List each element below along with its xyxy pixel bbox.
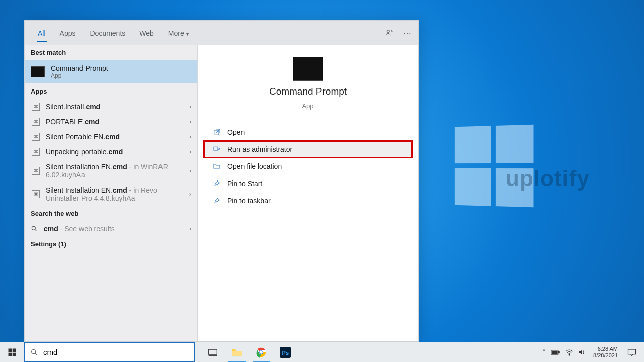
file-icon: ⌘ <box>32 167 40 175</box>
result-app-5[interactable]: ⌘ Silent Installation EN.cmd - in Revo U… <box>25 183 197 206</box>
result-app-4[interactable]: ⌘ Silent Installation EN.cmd - in WinRAR… <box>25 159 197 183</box>
section-search-web: Search the web <box>25 206 197 221</box>
ellipsis-icon[interactable]: ⋯ <box>403 28 411 38</box>
taskbar-app-file-explorer[interactable] <box>225 342 249 363</box>
section-apps: Apps <box>25 83 197 99</box>
taskbar: Ps ˄ 6:28 AM 8/28/2021 <box>0 342 644 362</box>
result-app-0[interactable]: ⌘ Silent.Install.cmd › <box>25 99 197 114</box>
tab-documents[interactable]: Documents <box>84 23 131 42</box>
tray-time: 6:28 AM <box>593 346 618 352</box>
system-tray: ˄ 6:28 AM 8/28/2021 <box>539 342 644 362</box>
action-label: Pin to taskbar <box>227 197 271 205</box>
pin-icon <box>213 197 221 205</box>
tray-date: 8/28/2021 <box>593 352 618 359</box>
svg-rect-13 <box>232 351 242 356</box>
svg-rect-8 <box>13 352 16 356</box>
preview-title: Command Prompt <box>269 86 347 97</box>
desktop: uplotify All Apps Documents Web More▾ ⋯ … <box>0 0 644 362</box>
result-app-2[interactable]: ⌘ Silent Portable EN.cmd › <box>25 129 197 144</box>
action-label: Open <box>227 128 245 136</box>
tab-web[interactable]: Web <box>133 23 160 42</box>
svg-point-22 <box>569 354 570 355</box>
wifi-icon[interactable] <box>565 349 573 356</box>
svg-point-9 <box>32 349 36 353</box>
action-open[interactable]: Open <box>204 124 412 141</box>
search-icon <box>31 225 38 232</box>
svg-rect-6 <box>13 348 16 352</box>
result-title: Command Prompt <box>51 64 108 72</box>
taskbar-app-photoshop[interactable]: Ps <box>274 342 297 363</box>
action-pin-to-taskbar[interactable]: Pin to taskbar <box>204 192 412 209</box>
section-best-match: Best match <box>25 45 197 60</box>
open-icon <box>213 128 221 136</box>
chevron-right-icon: › <box>189 133 191 140</box>
svg-line-2 <box>35 229 36 231</box>
chevron-right-icon: › <box>189 118 191 125</box>
action-label: Pin to Start <box>227 179 262 188</box>
action-run-as-administrator[interactable]: Run as administrator <box>204 141 412 158</box>
file-icon: ⌘ <box>32 190 40 198</box>
chevron-right-icon: › <box>189 167 191 174</box>
svg-rect-4 <box>214 147 218 150</box>
svg-point-1 <box>32 226 35 230</box>
shield-admin-icon <box>213 145 221 153</box>
chevron-right-icon: › <box>189 225 191 232</box>
svg-text:Ps: Ps <box>282 349 289 355</box>
section-settings[interactable]: Settings (1) <box>25 236 197 252</box>
folder-icon <box>213 162 221 170</box>
pin-icon <box>213 179 221 188</box>
tray-overflow-icon[interactable]: ˄ <box>542 348 546 356</box>
cmd-icon <box>31 66 45 77</box>
file-icon: ⌘ <box>32 103 40 111</box>
tab-all[interactable]: All <box>32 23 52 42</box>
file-icon: ⌘ <box>32 133 40 141</box>
start-button[interactable] <box>0 342 24 363</box>
file-icon: ⌘ <box>32 148 40 156</box>
svg-rect-7 <box>9 352 12 356</box>
volume-icon[interactable] <box>578 349 586 356</box>
svg-rect-21 <box>552 351 558 353</box>
action-open-file-location[interactable]: Open file location <box>204 158 412 175</box>
svg-rect-11 <box>209 349 217 354</box>
svg-rect-5 <box>9 348 12 352</box>
battery-icon[interactable] <box>551 349 560 355</box>
tab-more-label: More <box>168 29 184 37</box>
result-preview-pane: Command Prompt App Open Run as administr… <box>198 45 418 341</box>
result-app-1[interactable]: ⌘ PORTABLE.cmd › <box>25 114 197 129</box>
watermark-text: uplotify <box>506 166 590 191</box>
taskbar-search-box[interactable] <box>24 342 195 363</box>
chevron-right-icon: › <box>189 148 191 155</box>
chevron-right-icon: › <box>189 191 191 198</box>
svg-point-0 <box>387 30 389 33</box>
cmd-icon <box>293 57 323 81</box>
preview-subtitle: App <box>302 102 313 110</box>
results-list: Best match Command Prompt App Apps ⌘ Sil… <box>25 45 198 341</box>
start-search-panel: All Apps Documents Web More▾ ⋯ Best matc… <box>24 20 419 342</box>
result-app-3[interactable]: ⌘ Unpacking portable.cmd › <box>25 144 197 159</box>
search-input[interactable] <box>43 348 189 356</box>
result-web-cmd[interactable]: cmd - See web results › <box>25 221 197 236</box>
svg-point-16 <box>260 351 263 354</box>
action-label: Run as administrator <box>227 145 292 153</box>
tab-more[interactable]: More▾ <box>162 23 195 42</box>
action-label: Open file location <box>227 162 282 170</box>
action-center-button[interactable] <box>622 348 642 356</box>
action-pin-to-start[interactable]: Pin to Start <box>204 175 412 192</box>
feedback-icon[interactable] <box>385 28 394 37</box>
tab-apps[interactable]: Apps <box>54 23 82 42</box>
taskbar-app-chrome[interactable] <box>250 342 273 363</box>
svg-rect-20 <box>559 351 560 353</box>
tray-clock[interactable]: 6:28 AM 8/28/2021 <box>589 346 622 359</box>
svg-rect-23 <box>628 349 636 354</box>
file-icon: ⌘ <box>32 118 40 126</box>
svg-line-10 <box>35 353 37 355</box>
chevron-right-icon: › <box>189 103 191 110</box>
task-view-button[interactable] <box>201 342 224 363</box>
search-icon <box>30 348 38 356</box>
result-command-prompt[interactable]: Command Prompt App <box>25 60 197 83</box>
result-subtitle: App <box>51 72 191 79</box>
search-filter-tabs: All Apps Documents Web More▾ ⋯ <box>25 21 418 45</box>
chevron-down-icon: ▾ <box>186 31 189 37</box>
